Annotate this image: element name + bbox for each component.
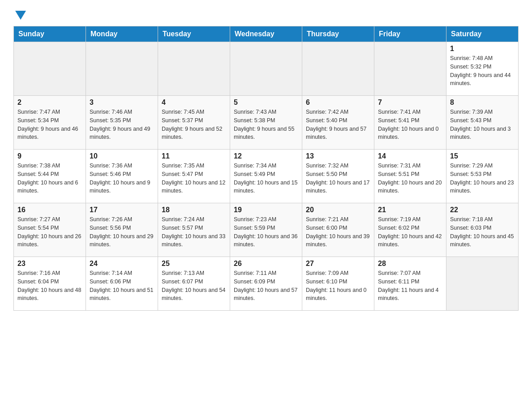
day-info: Sunrise: 7:41 AMSunset: 5:41 PMDaylight:… bbox=[378, 108, 442, 141]
calendar-cell: 23Sunrise: 7:16 AMSunset: 6:04 PMDayligh… bbox=[14, 257, 86, 311]
calendar-header-row: SundayMondayTuesdayWednesdayThursdayFrid… bbox=[14, 26, 519, 42]
day-info: Sunrise: 7:46 AMSunset: 5:35 PMDaylight:… bbox=[90, 108, 154, 141]
calendar-week-5: 23Sunrise: 7:16 AMSunset: 6:04 PMDayligh… bbox=[14, 257, 519, 311]
calendar-cell bbox=[230, 42, 302, 96]
day-number: 25 bbox=[162, 260, 226, 268]
day-number: 17 bbox=[90, 206, 154, 214]
day-number: 28 bbox=[378, 260, 442, 268]
day-number: 20 bbox=[306, 206, 370, 214]
day-number: 12 bbox=[234, 152, 298, 160]
day-info: Sunrise: 7:48 AMSunset: 5:32 PMDaylight:… bbox=[450, 54, 515, 88]
day-number: 14 bbox=[378, 152, 442, 160]
day-number: 4 bbox=[162, 98, 226, 107]
day-info: Sunrise: 7:34 AMSunset: 5:49 PMDaylight:… bbox=[234, 162, 298, 195]
day-info: Sunrise: 7:24 AMSunset: 5:57 PMDaylight:… bbox=[162, 215, 226, 249]
day-number: 8 bbox=[450, 98, 515, 107]
day-info: Sunrise: 7:16 AMSunset: 6:04 PMDaylight:… bbox=[17, 269, 82, 303]
calendar-week-2: 2Sunrise: 7:47 AMSunset: 5:34 PMDaylight… bbox=[14, 96, 519, 150]
calendar-cell: 26Sunrise: 7:11 AMSunset: 6:09 PMDayligh… bbox=[230, 257, 302, 311]
calendar-cell: 14Sunrise: 7:31 AMSunset: 5:51 PMDayligh… bbox=[374, 150, 446, 203]
calendar-cell bbox=[302, 42, 374, 96]
day-number: 24 bbox=[90, 260, 154, 268]
calendar-cell: 28Sunrise: 7:07 AMSunset: 6:11 PMDayligh… bbox=[374, 257, 446, 311]
day-info: Sunrise: 7:23 AMSunset: 5:59 PMDaylight:… bbox=[234, 215, 298, 249]
calendar-body: 1Sunrise: 7:48 AMSunset: 5:32 PMDaylight… bbox=[14, 42, 519, 311]
calendar-cell bbox=[158, 42, 230, 96]
calendar-table: SundayMondayTuesdayWednesdayThursdayFrid… bbox=[13, 26, 519, 311]
calendar-week-3: 9Sunrise: 7:38 AMSunset: 5:44 PMDaylight… bbox=[14, 150, 519, 203]
calendar-cell bbox=[374, 42, 446, 96]
calendar-cell: 1Sunrise: 7:48 AMSunset: 5:32 PMDaylight… bbox=[446, 42, 519, 96]
day-header-wednesday: Wednesday bbox=[230, 26, 302, 42]
day-number: 26 bbox=[234, 260, 298, 268]
calendar-cell bbox=[446, 257, 519, 311]
day-number: 15 bbox=[450, 152, 515, 160]
calendar-cell: 27Sunrise: 7:09 AMSunset: 6:10 PMDayligh… bbox=[302, 257, 374, 311]
calendar-cell: 2Sunrise: 7:47 AMSunset: 5:34 PMDaylight… bbox=[14, 96, 86, 150]
calendar-cell: 13Sunrise: 7:32 AMSunset: 5:50 PMDayligh… bbox=[302, 150, 374, 203]
day-number: 6 bbox=[306, 98, 370, 107]
day-info: Sunrise: 7:09 AMSunset: 6:10 PMDaylight:… bbox=[306, 269, 370, 303]
calendar-week-4: 16Sunrise: 7:27 AMSunset: 5:54 PMDayligh… bbox=[14, 203, 519, 257]
calendar-cell: 20Sunrise: 7:21 AMSunset: 6:00 PMDayligh… bbox=[302, 203, 374, 257]
day-number: 9 bbox=[17, 152, 82, 160]
day-number: 2 bbox=[17, 98, 82, 107]
calendar-cell: 7Sunrise: 7:41 AMSunset: 5:41 PMDaylight… bbox=[374, 96, 446, 150]
day-header-friday: Friday bbox=[374, 26, 446, 42]
day-info: Sunrise: 7:18 AMSunset: 6:03 PMDaylight:… bbox=[450, 215, 515, 249]
logo bbox=[13, 9, 26, 19]
calendar-cell: 15Sunrise: 7:29 AMSunset: 5:53 PMDayligh… bbox=[446, 150, 519, 203]
day-number: 7 bbox=[378, 98, 442, 107]
day-info: Sunrise: 7:36 AMSunset: 5:46 PMDaylight:… bbox=[90, 162, 154, 195]
calendar-cell: 4Sunrise: 7:45 AMSunset: 5:37 PMDaylight… bbox=[158, 96, 230, 150]
day-info: Sunrise: 7:31 AMSunset: 5:51 PMDaylight:… bbox=[378, 162, 442, 195]
day-info: Sunrise: 7:21 AMSunset: 6:00 PMDaylight:… bbox=[306, 215, 370, 249]
day-info: Sunrise: 7:35 AMSunset: 5:47 PMDaylight:… bbox=[162, 162, 226, 195]
calendar-cell: 19Sunrise: 7:23 AMSunset: 5:59 PMDayligh… bbox=[230, 203, 302, 257]
day-header-sunday: Sunday bbox=[14, 26, 86, 42]
day-info: Sunrise: 7:19 AMSunset: 6:02 PMDaylight:… bbox=[378, 215, 442, 249]
calendar-cell bbox=[86, 42, 158, 96]
day-number: 1 bbox=[450, 45, 515, 53]
day-number: 13 bbox=[306, 152, 370, 160]
day-info: Sunrise: 7:45 AMSunset: 5:37 PMDaylight:… bbox=[162, 108, 226, 141]
page-header bbox=[13, 9, 519, 19]
day-header-monday: Monday bbox=[86, 26, 158, 42]
calendar-cell: 16Sunrise: 7:27 AMSunset: 5:54 PMDayligh… bbox=[14, 203, 86, 257]
day-number: 23 bbox=[17, 260, 82, 268]
calendar-cell: 10Sunrise: 7:36 AMSunset: 5:46 PMDayligh… bbox=[86, 150, 158, 203]
day-number: 3 bbox=[90, 98, 154, 107]
calendar-cell: 11Sunrise: 7:35 AMSunset: 5:47 PMDayligh… bbox=[158, 150, 230, 203]
calendar-cell: 9Sunrise: 7:38 AMSunset: 5:44 PMDaylight… bbox=[14, 150, 86, 203]
calendar-cell: 3Sunrise: 7:46 AMSunset: 5:35 PMDaylight… bbox=[86, 96, 158, 150]
day-number: 5 bbox=[234, 98, 298, 107]
day-info: Sunrise: 7:14 AMSunset: 6:06 PMDaylight:… bbox=[90, 269, 154, 303]
day-info: Sunrise: 7:43 AMSunset: 5:38 PMDaylight:… bbox=[234, 108, 298, 141]
day-number: 19 bbox=[234, 206, 298, 214]
day-info: Sunrise: 7:11 AMSunset: 6:09 PMDaylight:… bbox=[234, 269, 298, 303]
day-header-tuesday: Tuesday bbox=[158, 26, 230, 42]
day-number: 21 bbox=[378, 206, 442, 214]
day-info: Sunrise: 7:38 AMSunset: 5:44 PMDaylight:… bbox=[17, 162, 82, 195]
calendar-cell bbox=[14, 42, 86, 96]
day-info: Sunrise: 7:13 AMSunset: 6:07 PMDaylight:… bbox=[162, 269, 226, 303]
day-info: Sunrise: 7:07 AMSunset: 6:11 PMDaylight:… bbox=[378, 269, 442, 303]
day-info: Sunrise: 7:47 AMSunset: 5:34 PMDaylight:… bbox=[17, 108, 82, 141]
day-info: Sunrise: 7:26 AMSunset: 5:56 PMDaylight:… bbox=[90, 215, 154, 249]
day-number: 22 bbox=[450, 206, 515, 214]
day-number: 10 bbox=[90, 152, 154, 160]
calendar-week-1: 1Sunrise: 7:48 AMSunset: 5:32 PMDaylight… bbox=[14, 42, 519, 96]
calendar-cell: 6Sunrise: 7:42 AMSunset: 5:40 PMDaylight… bbox=[302, 96, 374, 150]
calendar-cell: 8Sunrise: 7:39 AMSunset: 5:43 PMDaylight… bbox=[446, 96, 519, 150]
day-header-thursday: Thursday bbox=[302, 26, 374, 42]
day-number: 18 bbox=[162, 206, 226, 214]
calendar-cell: 17Sunrise: 7:26 AMSunset: 5:56 PMDayligh… bbox=[86, 203, 158, 257]
day-header-saturday: Saturday bbox=[446, 26, 519, 42]
day-number: 16 bbox=[17, 206, 82, 214]
day-info: Sunrise: 7:39 AMSunset: 5:43 PMDaylight:… bbox=[450, 108, 515, 141]
day-number: 27 bbox=[306, 260, 370, 268]
day-info: Sunrise: 7:42 AMSunset: 5:40 PMDaylight:… bbox=[306, 108, 370, 141]
calendar-cell: 24Sunrise: 7:14 AMSunset: 6:06 PMDayligh… bbox=[86, 257, 158, 311]
calendar-cell: 22Sunrise: 7:18 AMSunset: 6:03 PMDayligh… bbox=[446, 203, 519, 257]
logo-triangle-icon bbox=[15, 11, 26, 20]
